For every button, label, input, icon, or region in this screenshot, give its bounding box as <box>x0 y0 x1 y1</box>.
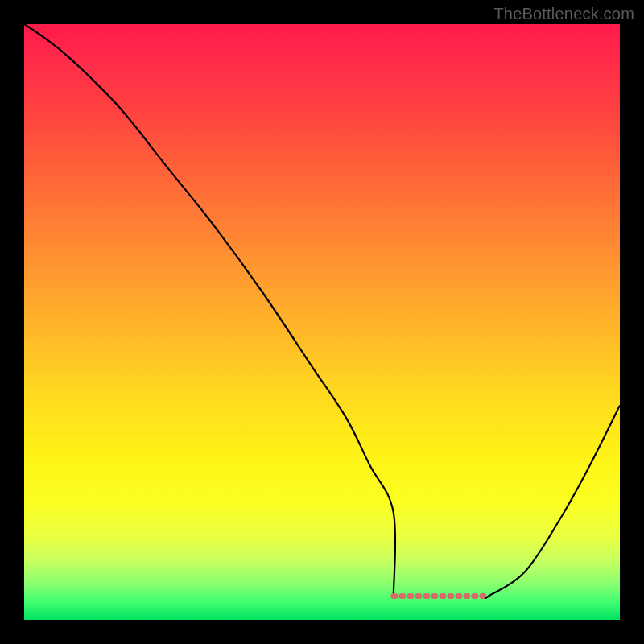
chart-curve-path-left <box>24 24 395 596</box>
watermark-text: TheBottleneck.com <box>493 5 634 23</box>
chart-curve-path-right <box>486 406 620 598</box>
chart-area <box>24 24 620 620</box>
chart-curve-svg <box>24 24 620 620</box>
